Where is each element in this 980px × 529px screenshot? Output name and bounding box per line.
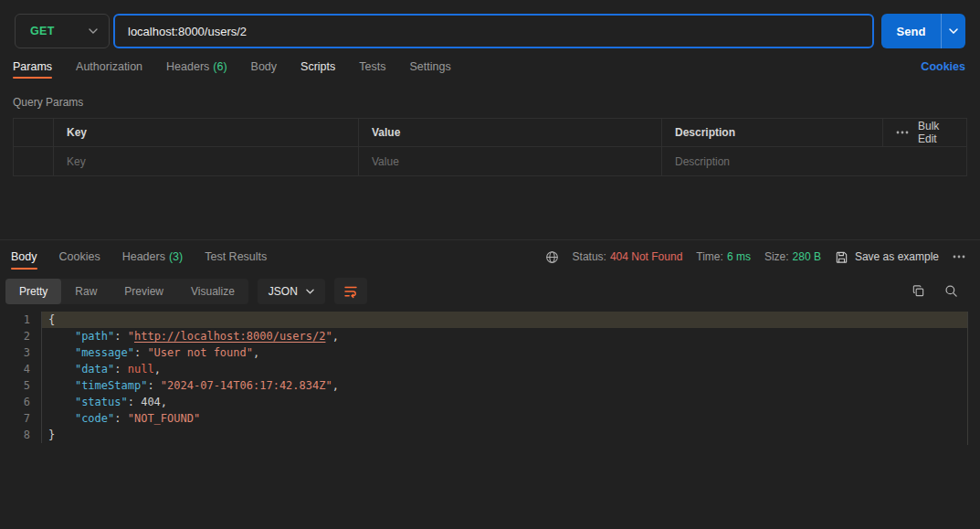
- view-visualize[interactable]: Visualize: [177, 279, 248, 304]
- response-body-code[interactable]: 1{2 "path": "http://localhost:8000/users…: [0, 312, 968, 445]
- search-icon[interactable]: [934, 278, 967, 305]
- response-tab-body[interactable]: Body: [11, 240, 37, 273]
- description-input[interactable]: [675, 155, 869, 168]
- view-preview[interactable]: Preview: [111, 279, 177, 304]
- tab-label: Headers: [166, 60, 209, 73]
- view-pretty[interactable]: Pretty: [5, 279, 61, 304]
- tab-label: Authorization: [76, 60, 142, 73]
- column-label: Value: [372, 126, 400, 139]
- line-number: 8: [0, 427, 41, 443]
- row-actions-cell: [882, 147, 966, 175]
- table-actions-cell: Bulk Edit: [882, 119, 966, 146]
- code-content: {: [41, 312, 967, 328]
- request-pane: GET Send Params Authorization Headers (6…: [0, 0, 980, 239]
- method-select[interactable]: GET: [15, 14, 110, 48]
- tab-label: Settings: [409, 60, 450, 73]
- size-metric: Size: 280 B: [764, 250, 821, 263]
- row-checkbox-cell[interactable]: [14, 147, 53, 175]
- tab-scripts[interactable]: Scripts: [300, 48, 335, 85]
- code-content: "timeStamp": "2024-07-14T06:17:42.834Z",: [41, 377, 967, 394]
- response-tab-headers[interactable]: Headers (3): [122, 240, 184, 273]
- tab-count: (6): [213, 60, 227, 73]
- key-column-header: Key: [53, 119, 358, 146]
- line-number: 2: [0, 328, 41, 344]
- checkbox-column-header: [14, 119, 53, 146]
- value-cell: [358, 147, 661, 175]
- send-options-caret[interactable]: [941, 14, 965, 48]
- more-actions-icon[interactable]: [896, 131, 909, 134]
- line-number: 7: [0, 410, 41, 427]
- view-mode-switch: Pretty Raw Preview Visualize: [5, 279, 248, 304]
- query-params-title: Query Params: [0, 85, 980, 118]
- send-button-label[interactable]: Send: [881, 14, 941, 48]
- description-column-header: Description: [661, 119, 882, 146]
- code-line: 4 "data": null,: [0, 361, 967, 377]
- save-as-example-button[interactable]: Save as example: [835, 250, 939, 264]
- code-line: 7 "code": "NOT_FOUND": [0, 410, 967, 427]
- time-metric: Time: 6 ms: [696, 250, 751, 263]
- code-line: 6 "status": 404,: [0, 394, 967, 410]
- response-header: Body Cookies Headers (3) Test Results St…: [0, 240, 980, 273]
- request-tabs: Params Authorization Headers (6) Body Sc…: [0, 48, 980, 85]
- tab-label: Scripts: [300, 60, 335, 73]
- chevron-down-icon: [89, 28, 98, 34]
- tab-params[interactable]: Params: [13, 48, 52, 85]
- tab-authorization[interactable]: Authorization: [76, 48, 142, 85]
- tab-body[interactable]: Body: [251, 48, 278, 85]
- table-row: [14, 147, 966, 175]
- response-meta: Status: 404 Not Found Time: 6 ms Size: 2…: [545, 250, 965, 264]
- query-params-table: Key Value Description Bulk Edit: [13, 118, 967, 176]
- time-value: 6 ms: [727, 250, 751, 263]
- tab-settings[interactable]: Settings: [409, 48, 450, 85]
- format-label: JSON: [269, 285, 298, 298]
- wrap-text-button[interactable]: [334, 278, 367, 304]
- status-metric: Status: 404 Not Found: [573, 250, 683, 263]
- response-tab-test-results[interactable]: Test Results: [205, 240, 267, 273]
- cookies-link[interactable]: Cookies: [921, 60, 965, 73]
- line-number: 1: [0, 312, 41, 328]
- tab-tests[interactable]: Tests: [359, 48, 385, 85]
- format-select[interactable]: JSON: [258, 279, 325, 304]
- method-label: GET: [30, 25, 55, 37]
- send-button[interactable]: Send: [881, 14, 965, 48]
- url-input[interactable]: [113, 14, 874, 48]
- line-number: 4: [0, 361, 41, 377]
- code-line: 2 "path": "http://localhost:8000/users/2…: [0, 328, 967, 344]
- line-number: 3: [0, 344, 41, 361]
- tab-label: Headers: [122, 250, 165, 263]
- tab-label: Tests: [359, 60, 385, 73]
- view-raw[interactable]: Raw: [61, 279, 111, 304]
- size-value: 280 B: [793, 250, 821, 263]
- column-label: Description: [675, 126, 735, 139]
- value-input[interactable]: [372, 155, 648, 168]
- code-content: "code": "NOT_FOUND": [41, 410, 967, 427]
- code-line: 3 "message": "User not found",: [0, 344, 967, 361]
- tab-label: Body: [11, 250, 37, 263]
- tab-headers[interactable]: Headers (6): [166, 48, 227, 85]
- line-number: 5: [0, 377, 41, 394]
- copy-icon[interactable]: [901, 278, 934, 305]
- code-line: 1{: [0, 312, 967, 328]
- response-view-toolbar: Pretty Raw Preview Visualize JSON: [0, 273, 980, 309]
- globe-icon[interactable]: [545, 250, 559, 264]
- tab-label: Params: [13, 60, 52, 73]
- tab-label: Body: [251, 60, 278, 73]
- response-tab-cookies[interactable]: Cookies: [59, 240, 100, 273]
- code-content: "message": "User not found",: [41, 344, 967, 361]
- code-line: 8}: [0, 427, 967, 443]
- tab-label: Cookies: [59, 250, 100, 263]
- status-label: Status:: [573, 250, 606, 263]
- bulk-edit-button[interactable]: Bulk Edit: [918, 120, 952, 145]
- code-content: }: [41, 427, 967, 443]
- code-line: 5 "timeStamp": "2024-07-14T06:17:42.834Z…: [0, 377, 967, 394]
- time-label: Time:: [696, 250, 723, 263]
- status-value: 404 Not Found: [610, 250, 682, 263]
- size-label: Size:: [764, 250, 789, 263]
- chevron-down-icon: [306, 289, 314, 294]
- line-number: 6: [0, 394, 41, 410]
- code-content: "data": null,: [41, 361, 967, 377]
- more-actions-icon[interactable]: [953, 255, 965, 259]
- save-as-example-label: Save as example: [855, 250, 939, 263]
- wrap-text-icon: [343, 284, 358, 299]
- key-input[interactable]: [67, 155, 345, 168]
